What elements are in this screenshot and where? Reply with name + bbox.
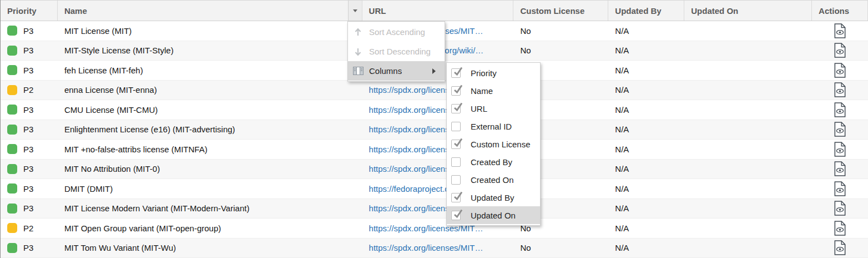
license-name-cell: MIT +no-false-attribs license (MITNFA)	[58, 140, 362, 159]
updated-by-cell: N/A	[608, 21, 684, 41]
priority-label: P3	[23, 46, 33, 55]
column-toggle-created-by[interactable]: Created By	[447, 153, 540, 171]
menu-item-sort-descending[interactable]: Sort Descending	[348, 42, 445, 61]
column-header-name[interactable]: Name	[58, 1, 362, 21]
priority-cell: P3	[1, 61, 58, 80]
checkbox-checked-icon[interactable]	[451, 104, 461, 113]
table-row[interactable]: P2enna License (MIT-enna)https://spdx.or…	[1, 81, 868, 101]
checkbox-unchecked-icon[interactable]	[451, 157, 461, 167]
checkbox-checked-icon[interactable]	[451, 68, 461, 78]
priority-badge	[7, 204, 17, 214]
updated-by-cell: N/A	[608, 81, 684, 100]
checkbox-checked-icon[interactable]	[451, 193, 461, 202]
license-name-cell: DMIT (DMIT)	[58, 179, 362, 199]
column-toggle-external-id[interactable]: External ID	[447, 117, 540, 135]
priority-badge	[7, 223, 17, 233]
column-header-actions[interactable]: Actions	[812, 1, 868, 21]
view-details-button[interactable]	[834, 221, 846, 236]
column-toggle-label: URL	[471, 104, 487, 113]
custom-license-cell: No	[513, 41, 608, 61]
table-row[interactable]: P3Enlightenment License (e16) (MIT-adver…	[1, 120, 868, 140]
view-details-button[interactable]	[834, 161, 846, 176]
table-row[interactable]: P3CMU License (MIT-CMU)https://spdx.org/…	[1, 100, 868, 120]
table-row[interactable]: P3MIT No Attribution (MIT-0)https://spdx…	[1, 160, 868, 180]
custom-license-cell: No	[513, 21, 608, 41]
submenu-arrow-icon	[432, 68, 438, 74]
column-toggle-label: Updated On	[471, 211, 516, 220]
priority-label: P3	[23, 184, 33, 194]
menu-item-sort-ascending[interactable]: Sort Ascending	[348, 22, 445, 42]
view-document-eye-icon	[834, 82, 846, 97]
priority-cell: P3	[1, 199, 58, 219]
updated-on-cell	[684, 199, 812, 219]
actions-cell	[812, 140, 868, 159]
column-toggle-url[interactable]: URL	[447, 100, 540, 117]
view-details-button[interactable]	[834, 122, 846, 137]
actions-cell	[812, 219, 868, 238]
column-toggle-label: External ID	[471, 122, 512, 131]
checkbox-checked-icon[interactable]	[451, 140, 461, 149]
column-header-updated-on[interactable]: Updated On	[684, 1, 812, 21]
checkbox-unchecked-icon[interactable]	[451, 122, 461, 131]
menu-item-label: Sort Ascending	[369, 27, 425, 37]
updated-on-cell	[684, 219, 812, 238]
priority-label: P3	[23, 145, 33, 154]
table-row[interactable]: P3MIT +no-false-attribs license (MITNFA)…	[1, 140, 868, 160]
column-header-url[interactable]: URL	[362, 1, 514, 21]
column-header-menu: Sort Ascending Sort Descending Columns	[347, 21, 445, 82]
updated-by-cell: N/A	[608, 100, 684, 120]
column-header-priority[interactable]: Priority	[1, 1, 58, 21]
view-document-eye-icon	[834, 63, 846, 78]
view-details-button[interactable]	[834, 142, 846, 157]
column-toggle-priority[interactable]: Priority	[447, 64, 540, 82]
columns-grid-icon-wrap	[352, 66, 364, 77]
view-document-eye-icon	[834, 201, 846, 216]
table-row[interactable]: P2MIT Open Group variant (MIT-open-group…	[1, 219, 868, 239]
view-document-eye-icon	[834, 181, 846, 196]
table-row[interactable]: P3MIT Tom Wu Variant (MIT-Wu)https://spd…	[1, 239, 868, 258]
column-toggle-label: Created By	[471, 157, 512, 167]
grid-header-row: PriorityNameURLCustom LicenseUpdated ByU…	[1, 0, 868, 21]
actions-cell	[812, 61, 868, 80]
view-document-eye-icon	[834, 102, 846, 117]
checkmark-icon	[452, 66, 463, 77]
checkbox-unchecked-icon[interactable]	[451, 175, 461, 185]
column-toggle-custom-license[interactable]: Custom License	[447, 135, 540, 153]
menu-item-columns[interactable]: Columns	[348, 61, 445, 81]
column-header-label: Actions	[819, 6, 849, 16]
priority-cell: P3	[1, 41, 58, 61]
priority-label: P3	[23, 164, 33, 173]
checkbox-checked-icon[interactable]	[451, 211, 461, 220]
updated-on-cell	[684, 239, 812, 258]
table-row[interactable]: P3DMIT (DMIT)https://fedoraproject.org/w…	[1, 179, 868, 199]
checkbox-checked-icon[interactable]	[451, 86, 461, 96]
priority-badge	[7, 164, 17, 174]
column-header-updated-by[interactable]: Updated By	[608, 1, 684, 21]
view-details-button[interactable]	[834, 63, 846, 78]
priority-label: P3	[23, 125, 33, 134]
table-row[interactable]: P3MIT License Modern Variant (MIT-Modern…	[1, 199, 868, 219]
menu-item-label: Sort Descending	[369, 47, 431, 56]
view-details-button[interactable]	[834, 240, 846, 255]
column-menu-trigger[interactable]	[348, 1, 362, 21]
view-details-button[interactable]	[834, 181, 846, 196]
priority-label: P3	[23, 105, 33, 115]
license-name-cell: MIT Tom Wu Variant (MIT-Wu)	[58, 239, 362, 258]
view-details-button[interactable]	[834, 102, 846, 117]
column-header-custom-license[interactable]: Custom License	[513, 1, 608, 21]
view-details-button[interactable]	[834, 23, 846, 38]
license-name-cell: MIT License (MIT)	[58, 21, 362, 41]
column-toggle-label: Created On	[471, 175, 514, 185]
columns-grid-icon	[353, 67, 364, 75]
column-toggle-updated-on[interactable]: Updated On	[447, 206, 540, 224]
view-details-button[interactable]	[834, 43, 846, 58]
license-name-cell: MIT License Modern Variant (MIT-Modern-V…	[58, 199, 362, 219]
url-link[interactable]: https://spdx.org/licenses/MIT…	[369, 243, 483, 252]
priority-label: P2	[23, 85, 33, 95]
column-header-label: Name	[64, 6, 87, 16]
column-toggle-updated-by[interactable]: Updated By	[447, 188, 540, 206]
view-details-button[interactable]	[834, 82, 846, 97]
column-toggle-created-on[interactable]: Created On	[447, 171, 540, 188]
column-toggle-name[interactable]: Name	[447, 82, 540, 100]
view-details-button[interactable]	[834, 201, 846, 216]
